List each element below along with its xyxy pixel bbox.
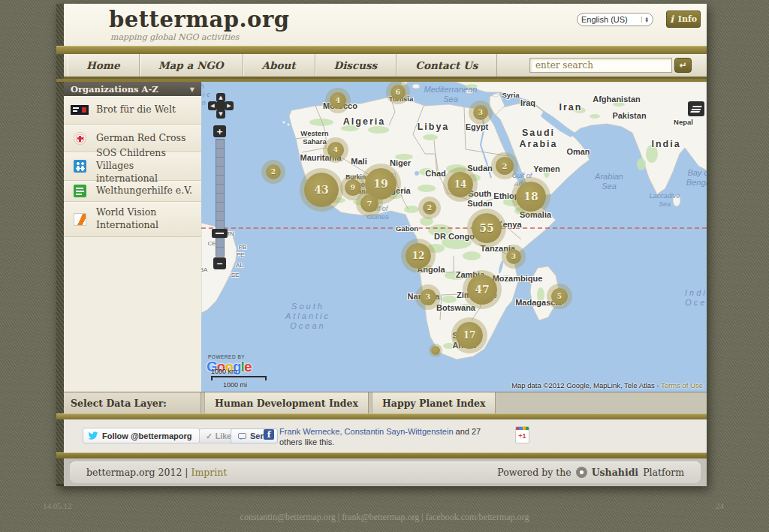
- facebook-icon: f: [264, 429, 274, 440]
- map-canvas[interactable]: MoroccoTunisiaAlgeriaLibyaEgyptWestern S…: [201, 82, 707, 392]
- cluster-marker-7[interactable]: 7: [360, 194, 378, 212]
- twitter-bird-icon: [88, 431, 98, 440]
- info-button[interactable]: i Info: [666, 11, 701, 28]
- gold-band-top: [56, 46, 707, 54]
- main-navigation: HomeMap a NGOAboutDiscussContact Us ↵: [64, 54, 707, 79]
- cluster-marker-4[interactable]: 4: [330, 92, 346, 109]
- nav-item-contact-us[interactable]: Contact Us: [397, 54, 497, 77]
- organizations-list: Brot für die WeltGerman Red CrossSOS Chi…: [64, 96, 201, 237]
- chevron-down-icon: ▼: [190, 86, 195, 93]
- gold-band-bottom: [56, 452, 707, 458]
- map-layers-button[interactable]: [688, 101, 704, 116]
- cluster-marker-2[interactable]: 2: [496, 157, 514, 175]
- plusone-color-strip: [516, 427, 529, 430]
- footer-powered-by: Powered by the Ushahidi Platform: [497, 467, 684, 478]
- facebook-likers-text: Frank Wernecke, Constantin Sayn-Wittgens…: [279, 427, 505, 448]
- cluster-marker-6[interactable]: 6: [391, 85, 406, 100]
- cluster-marker-3[interactable]: 3: [473, 105, 488, 120]
- presentation-slide: bettermap.org mapping global NGO activit…: [0, 0, 769, 532]
- org-item-label: Welthungerhilfe e.V.: [96, 185, 192, 197]
- zoom-slider-track[interactable]: [216, 139, 225, 257]
- cluster-marker-47[interactable]: 47: [467, 275, 497, 305]
- wv-logo-icon: [70, 213, 89, 226]
- ushahidi-logo-icon: [576, 467, 587, 478]
- org-item-sos-childrens-villages[interactable]: SOS Childrens Villages international: [64, 152, 201, 181]
- browser-screenshot-page: bettermap.org mapping global NGO activit…: [56, 4, 707, 486]
- nav-item-about[interactable]: About: [243, 54, 315, 77]
- map-land-layer: [201, 82, 707, 392]
- org-item-world-vision[interactable]: World Vision International: [64, 202, 201, 237]
- cluster-marker-2[interactable]: 2: [266, 164, 281, 179]
- pan-center[interactable]: [216, 101, 225, 110]
- cluster-marker-9[interactable]: 9: [345, 179, 361, 196]
- page-footer-strip: bettermap.org 2012 | Imprint Powered by …: [64, 458, 707, 486]
- pan-down-icon[interactable]: ▼: [216, 110, 225, 119]
- facebook-liker-names[interactable]: Frank Wernecke, Constantin Sayn-Wittgens…: [279, 427, 454, 436]
- cluster-marker-dot[interactable]: [431, 346, 440, 355]
- scale-mi: 1000 mi: [223, 381, 267, 389]
- cluster-marker-5[interactable]: 5: [551, 288, 568, 305]
- cluster-marker-55[interactable]: 55: [472, 213, 502, 243]
- site-logo: bettermap.org: [109, 7, 290, 32]
- sos-logo-icon: [70, 160, 89, 173]
- page-left-edge: [56, 4, 64, 484]
- nav-item-discuss[interactable]: Discuss: [315, 54, 397, 77]
- site-header: bettermap.org mapping global NGO activit…: [64, 4, 707, 46]
- map-attribution: Map data ©2012 Google, MapLink, Tele Atl…: [511, 381, 703, 389]
- ushahidi-brand[interactable]: Ushahidi: [592, 467, 638, 478]
- imprint-link[interactable]: Imprint: [191, 467, 228, 478]
- scale-km: 1000 km: [211, 368, 267, 375]
- cluster-marker-18[interactable]: 18: [516, 182, 546, 212]
- gold-band-mid: [56, 413, 707, 419]
- google-plusone-button[interactable]: +1: [515, 426, 529, 443]
- pan-right-icon[interactable]: ▶: [225, 101, 234, 110]
- terms-of-use-link[interactable]: Terms of Use: [661, 381, 703, 389]
- data-layer-bar: Select Data Layer: Human Development Ind…: [64, 392, 707, 413]
- scale-bar-line: [211, 376, 267, 380]
- nav-item-map-a-ngo[interactable]: Map a NGO: [140, 54, 243, 77]
- organizations-sidebar: Organizations A-Z ▼ Brot für die WeltGer…: [64, 82, 201, 392]
- info-icon: i: [670, 14, 674, 25]
- site-tagline: mapping global NGO activities: [110, 32, 239, 42]
- org-item-label: World Vision International: [96, 206, 158, 232]
- cluster-marker-12[interactable]: 12: [406, 243, 431, 269]
- zoom-slider-thumb[interactable]: [212, 229, 228, 238]
- map-pan-control[interactable]: ▲ ◀ ▶ ▼: [208, 93, 234, 119]
- footer-copyright: bettermap.org 2012 | Imprint: [86, 467, 227, 478]
- cluster-marker-3[interactable]: 3: [506, 249, 521, 264]
- check-icon: ✓: [206, 431, 213, 440]
- cluster-marker-43[interactable]: 43: [304, 173, 339, 207]
- language-select[interactable]: English (US) ▲▼: [577, 13, 653, 26]
- org-item-welthungerhilfe-e-v[interactable]: Welthungerhilfe e.V.: [64, 181, 201, 202]
- map-scale-bar: 1000 km 1000 mi: [211, 368, 267, 389]
- social-bar: Follow @bettermaporg ✓ Like Send f Frank…: [64, 419, 707, 452]
- cluster-marker-3[interactable]: 3: [420, 289, 436, 305]
- cluster-marker-14[interactable]: 14: [448, 172, 473, 197]
- redcross-logo-icon: [70, 132, 89, 145]
- twitter-follow-button[interactable]: Follow @bettermaporg: [83, 428, 200, 443]
- cluster-marker-17[interactable]: 17: [456, 322, 483, 349]
- page-footer-panel: bettermap.org 2012 | Imprint Powered by …: [70, 461, 701, 483]
- data-layer-tab-happy-planet-index[interactable]: Happy Planet Index: [372, 392, 496, 413]
- speech-bubble-icon: [238, 433, 246, 439]
- return-arrow-icon: ↵: [679, 60, 686, 71]
- equator-dashed-line: [201, 227, 707, 229]
- data-layer-tab-human-development-index[interactable]: Human Development Index: [204, 392, 369, 413]
- cluster-marker-4[interactable]: 4: [327, 142, 344, 158]
- layers-icon: [690, 106, 702, 113]
- cluster-marker-2[interactable]: 2: [423, 201, 436, 215]
- organizations-dropdown-header[interactable]: Organizations A-Z ▼: [64, 82, 201, 96]
- org-item-label: Brot für die Welt: [96, 104, 176, 116]
- slide-contact-links: constantin@bettermap.org | frank@betterm…: [0, 512, 769, 523]
- search-submit-button[interactable]: ↵: [674, 58, 692, 73]
- select-stepper-icon: ▲▼: [641, 17, 649, 23]
- org-item-brot-f-r-die-welt[interactable]: Brot für die Welt: [64, 96, 201, 125]
- slide-page-number: 24: [716, 501, 724, 510]
- brot-logo-icon: [70, 105, 89, 115]
- org-item-label: German Red Cross: [96, 132, 185, 145]
- language-select-value: English (US): [581, 15, 628, 24]
- zoom-in-button[interactable]: +: [213, 125, 226, 137]
- search-input[interactable]: [529, 58, 672, 73]
- nav-item-home[interactable]: Home: [68, 54, 140, 77]
- zoom-out-button[interactable]: −: [213, 257, 226, 269]
